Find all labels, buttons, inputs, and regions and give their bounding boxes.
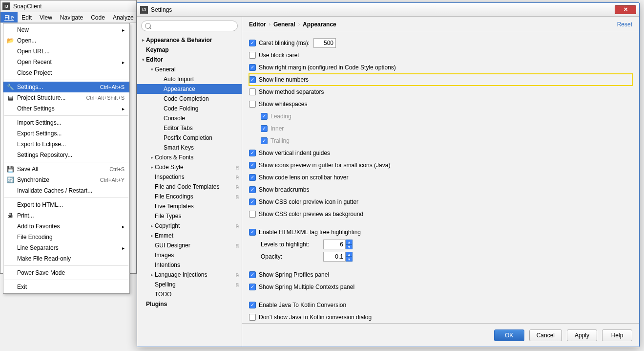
spring-profiles-checkbox[interactable]	[249, 271, 256, 278]
spring-multiple-checkbox[interactable]	[249, 284, 256, 290]
java-kotlin-checkbox[interactable]	[249, 302, 256, 308]
file-menu-item[interactable]: New▸	[3, 24, 129, 35]
menu-analyze[interactable]: Analyze	[109, 12, 138, 22]
file-menu-item[interactable]: Close Project	[3, 67, 129, 78]
tree-item[interactable]: GUI Designer⎘	[137, 241, 242, 250]
tree-item[interactable]: Postfix Completion	[137, 133, 242, 143]
tree-item[interactable]: ▸Copyright⎘	[137, 221, 242, 231]
tree-item[interactable]: ▸Code Style⎘	[137, 162, 242, 172]
file-menu-item[interactable]: 🔧Settings...Ctrl+Alt+S	[3, 82, 129, 92]
show-method-separators-checkbox[interactable]	[249, 88, 256, 95]
file-menu-item[interactable]: Exit	[3, 282, 129, 292]
tree-item[interactable]: Inspections⎘	[137, 172, 242, 182]
help-button[interactable]: Help	[602, 329, 632, 341]
file-menu-item[interactable]: Export to Eclipse...	[3, 139, 129, 150]
opacity-input[interactable]	[323, 252, 346, 262]
menu-code[interactable]: Code	[87, 12, 109, 22]
file-menu-item[interactable]: Export to HTML...	[3, 199, 129, 210]
file-menu-item[interactable]: 🖶Print...	[3, 210, 129, 221]
css-gutter-checkbox[interactable]	[249, 198, 256, 205]
tree-item[interactable]: Plugins	[137, 299, 242, 309]
tree-item[interactable]: Smart Keys	[137, 143, 242, 153]
menu-item-label: Synchronize	[17, 176, 49, 183]
ws-trailing-checkbox[interactable]	[261, 137, 268, 144]
tree-item[interactable]: ▾Editor	[137, 55, 242, 65]
file-menu-item[interactable]: Invalidate Caches / Restart...	[3, 185, 129, 196]
file-menu-item[interactable]: 📂Open...	[3, 35, 129, 46]
tree-item-label: File and Code Templates	[155, 183, 220, 190]
file-menu-item[interactable]: File Encoding	[3, 232, 129, 242]
file-menu-item[interactable]: Power Save Mode	[3, 267, 129, 278]
tree-arrow-icon: ▸	[149, 223, 155, 228]
tree-item[interactable]: File and Code Templates⎘	[137, 182, 242, 192]
icons-preview-checkbox[interactable]	[249, 162, 256, 169]
tree-item[interactable]: ▸Colors & Fonts	[137, 153, 242, 162]
tree-item[interactable]: Console	[137, 113, 242, 123]
apply-button[interactable]: Apply	[567, 329, 597, 341]
tree-item[interactable]: ▸Emmet	[137, 231, 242, 241]
html-tag-tree-checkbox[interactable]	[249, 229, 256, 236]
tree-item[interactable]: ▸Appearance & Behavior	[137, 35, 242, 45]
vertical-indent-checkbox[interactable]	[249, 150, 256, 156]
menu-item-label: Settings Repository...	[17, 152, 72, 158]
file-menu-item[interactable]: Make File Read-only	[3, 253, 129, 264]
tree-item[interactable]: Code Folding	[137, 104, 242, 113]
use-block-caret-checkbox[interactable]	[249, 52, 256, 59]
tree-item[interactable]: Images	[137, 250, 242, 260]
settings-search-input[interactable]	[141, 21, 238, 31]
tree-item[interactable]: ▸Language Injections⎘	[137, 270, 242, 280]
tree-item[interactable]: Auto Import	[137, 74, 242, 84]
menu-navigate[interactable]: Navigate	[56, 12, 87, 22]
levels-input[interactable]	[323, 240, 346, 249]
tree-item[interactable]: Keymap	[137, 45, 242, 55]
tree-item-label: Copyright	[155, 222, 180, 229]
ws-inner-checkbox[interactable]	[261, 125, 268, 132]
file-menu-item[interactable]: ▤Project Structure...Ctrl+Alt+Shift+S	[3, 92, 129, 103]
code-lens-checkbox[interactable]	[249, 174, 256, 181]
ws-inner-label: Inner	[270, 125, 284, 132]
opacity-up[interactable]: ▲	[346, 252, 353, 257]
menu-view[interactable]: View	[36, 12, 56, 22]
kotlin-dialog-checkbox[interactable]	[249, 314, 256, 321]
file-menu-item[interactable]: Open Recent▸	[3, 57, 129, 67]
tree-item[interactable]: Spelling⎘	[137, 280, 242, 289]
file-menu-item[interactable]: Settings Repository...	[3, 150, 129, 160]
tree-item[interactable]: File Encodings⎘	[137, 192, 242, 201]
css-bg-label: Show CSS color preview as background	[259, 211, 363, 218]
tree-item[interactable]: Editor Tabs	[137, 123, 242, 133]
close-button[interactable]: ✕	[615, 5, 636, 14]
reset-link[interactable]: Reset	[617, 21, 632, 28]
tree-item[interactable]: Intentions	[137, 260, 242, 270]
cancel-button[interactable]: Cancel	[529, 329, 562, 341]
caret-blinking-checkbox[interactable]	[249, 40, 256, 46]
levels-up[interactable]: ▲	[346, 240, 353, 244]
file-menu-item[interactable]: Export Settings...	[3, 128, 129, 139]
levels-down[interactable]: ▼	[346, 244, 353, 249]
breadcrumbs-checkbox[interactable]	[249, 186, 256, 193]
tree-item[interactable]: File Types	[137, 211, 242, 221]
opacity-down[interactable]: ▼	[346, 257, 353, 262]
ok-button[interactable]: OK	[494, 329, 524, 341]
file-menu-item[interactable]: Open URL...	[3, 46, 129, 57]
tree-item[interactable]: TODO	[137, 289, 242, 299]
file-menu-item[interactable]: Add to Favorites▸	[3, 221, 129, 232]
menu-file[interactable]: File	[0, 12, 18, 22]
tree-item[interactable]: Appearance	[137, 84, 242, 94]
menu-edit[interactable]: Edit	[18, 12, 36, 22]
file-menu-item[interactable]: Line Separators▸	[3, 242, 129, 253]
css-bg-checkbox[interactable]	[249, 211, 256, 218]
ws-leading-checkbox[interactable]	[261, 113, 268, 120]
tree-item[interactable]: ▾General	[137, 65, 242, 74]
tree-item-label: Inspections	[155, 174, 185, 180]
tree-item[interactable]: Code Completion	[137, 94, 242, 104]
file-menu-item[interactable]: Import Settings...	[3, 117, 129, 128]
file-menu-item[interactable]: 💾Save AllCtrl+S	[3, 164, 129, 175]
show-whitespaces-checkbox[interactable]	[249, 101, 256, 108]
show-line-numbers-checkbox[interactable]	[249, 76, 256, 83]
tree-item[interactable]: Live Templates	[137, 201, 242, 211]
file-menu-item[interactable]: Other Settings▸	[3, 103, 129, 114]
show-right-margin-checkbox[interactable]	[249, 64, 256, 71]
file-menu-item[interactable]: 🔄SynchronizeCtrl+Alt+Y	[3, 175, 129, 185]
caret-blinking-input[interactable]	[313, 38, 336, 48]
submenu-arrow-icon: ▸	[122, 27, 125, 33]
